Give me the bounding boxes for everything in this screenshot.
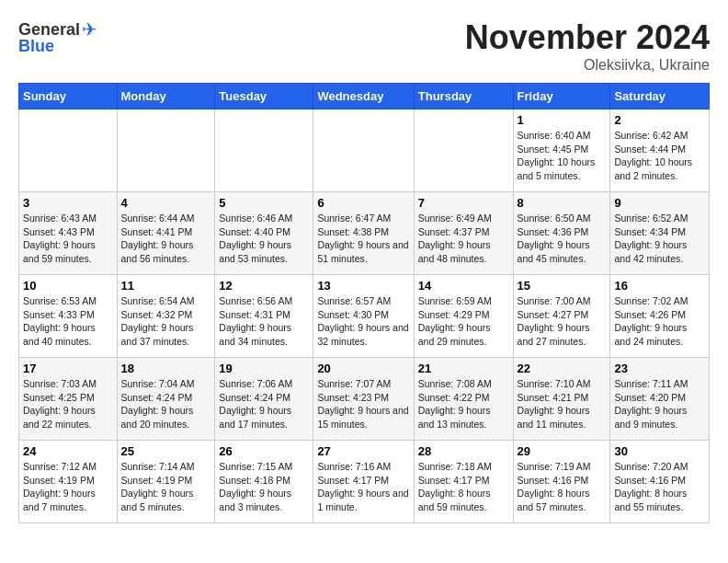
day-number: 22 xyxy=(518,362,607,375)
day-cell: 3Sunrise: 6:43 AM Sunset: 4:43 PM Daylig… xyxy=(19,192,118,275)
day-cell: 13Sunrise: 6:57 AM Sunset: 4:30 PM Dayli… xyxy=(313,275,414,358)
day-info: Sunrise: 7:14 AM Sunset: 4:19 PM Dayligh… xyxy=(121,460,211,514)
day-info: Sunrise: 6:50 AM Sunset: 4:36 PM Dayligh… xyxy=(518,212,607,266)
day-cell: 17Sunrise: 7:03 AM Sunset: 4:25 PM Dayli… xyxy=(19,358,118,441)
day-number: 25 xyxy=(121,444,211,458)
week-row-5: 24Sunrise: 7:12 AM Sunset: 4:19 PM Dayli… xyxy=(19,441,710,523)
logo: General ✈ Blue xyxy=(18,18,97,56)
day-cell: 12Sunrise: 6:56 AM Sunset: 4:31 PM Dayli… xyxy=(215,275,313,358)
day-cell: 27Sunrise: 7:16 AM Sunset: 4:17 PM Dayli… xyxy=(313,441,414,523)
week-row-3: 10Sunrise: 6:53 AM Sunset: 4:33 PM Dayli… xyxy=(19,275,710,358)
day-info: Sunrise: 6:46 AM Sunset: 4:40 PM Dayligh… xyxy=(219,212,309,266)
day-info: Sunrise: 7:06 AM Sunset: 4:24 PM Dayligh… xyxy=(219,377,309,431)
weekday-header-wednesday: Wednesday xyxy=(313,84,414,109)
week-row-4: 17Sunrise: 7:03 AM Sunset: 4:25 PM Dayli… xyxy=(19,358,710,441)
day-cell: 5Sunrise: 6:46 AM Sunset: 4:40 PM Daylig… xyxy=(215,192,313,275)
day-number: 21 xyxy=(418,362,509,375)
day-cell: 14Sunrise: 6:59 AM Sunset: 4:29 PM Dayli… xyxy=(414,275,513,358)
day-number: 29 xyxy=(518,444,607,458)
week-row-2: 3Sunrise: 6:43 AM Sunset: 4:43 PM Daylig… xyxy=(19,192,710,275)
day-number: 28 xyxy=(418,444,509,458)
day-info: Sunrise: 7:19 AM Sunset: 4:16 PM Dayligh… xyxy=(518,460,607,514)
day-cell: 22Sunrise: 7:10 AM Sunset: 4:21 PM Dayli… xyxy=(513,358,610,441)
day-info: Sunrise: 7:00 AM Sunset: 4:27 PM Dayligh… xyxy=(518,294,607,349)
day-cell: 24Sunrise: 7:12 AM Sunset: 4:19 PM Dayli… xyxy=(19,441,118,523)
weekday-header-thursday: Thursday xyxy=(414,84,513,109)
day-cell: 11Sunrise: 6:54 AM Sunset: 4:32 PM Dayli… xyxy=(117,275,215,358)
logo-icon: ✈ xyxy=(82,18,97,40)
day-cell: 29Sunrise: 7:19 AM Sunset: 4:16 PM Dayli… xyxy=(513,441,610,523)
day-cell xyxy=(215,109,313,192)
day-cell: 15Sunrise: 7:00 AM Sunset: 4:27 PM Dayli… xyxy=(513,275,610,358)
day-number: 14 xyxy=(418,279,509,293)
day-cell: 6Sunrise: 6:47 AM Sunset: 4:38 PM Daylig… xyxy=(313,192,414,275)
weekday-header-saturday: Saturday xyxy=(610,84,710,109)
day-info: Sunrise: 7:11 AM Sunset: 4:20 PM Dayligh… xyxy=(614,377,705,431)
day-number: 1 xyxy=(518,113,607,127)
day-number: 20 xyxy=(317,362,409,375)
day-number: 11 xyxy=(121,279,211,293)
day-number: 27 xyxy=(317,444,409,458)
day-cell: 25Sunrise: 7:14 AM Sunset: 4:19 PM Dayli… xyxy=(117,441,215,523)
day-cell xyxy=(19,109,118,192)
day-cell: 4Sunrise: 6:44 AM Sunset: 4:41 PM Daylig… xyxy=(117,192,215,275)
day-info: Sunrise: 6:53 AM Sunset: 4:33 PM Dayligh… xyxy=(23,294,113,349)
day-info: Sunrise: 6:43 AM Sunset: 4:43 PM Dayligh… xyxy=(23,212,113,266)
day-cell: 21Sunrise: 7:08 AM Sunset: 4:22 PM Dayli… xyxy=(414,358,513,441)
day-number: 17 xyxy=(23,362,113,375)
day-cell: 2Sunrise: 6:42 AM Sunset: 4:44 PM Daylig… xyxy=(610,109,710,192)
day-info: Sunrise: 6:49 AM Sunset: 4:37 PM Dayligh… xyxy=(418,212,509,266)
day-info: Sunrise: 6:40 AM Sunset: 4:45 PM Dayligh… xyxy=(518,129,607,183)
day-info: Sunrise: 6:47 AM Sunset: 4:38 PM Dayligh… xyxy=(317,212,409,266)
day-cell: 19Sunrise: 7:06 AM Sunset: 4:24 PM Dayli… xyxy=(215,358,313,441)
title-section: November 2024 Oleksiivka, Ukraine xyxy=(465,18,710,74)
day-cell: 1Sunrise: 6:40 AM Sunset: 4:45 PM Daylig… xyxy=(513,109,610,192)
day-number: 12 xyxy=(219,279,309,293)
day-cell xyxy=(117,109,215,192)
weekday-header-monday: Monday xyxy=(117,84,215,109)
weekday-header-row: SundayMondayTuesdayWednesdayThursdayFrid… xyxy=(19,84,710,109)
day-cell xyxy=(313,109,414,192)
day-number: 6 xyxy=(317,196,409,210)
day-info: Sunrise: 6:52 AM Sunset: 4:34 PM Dayligh… xyxy=(614,212,705,266)
day-number: 8 xyxy=(518,196,607,210)
day-info: Sunrise: 7:02 AM Sunset: 4:26 PM Dayligh… xyxy=(614,294,705,349)
day-number: 18 xyxy=(121,362,211,375)
day-number: 16 xyxy=(614,279,705,293)
month-title: November 2024 xyxy=(465,18,710,57)
calendar-table: SundayMondayTuesdayWednesdayThursdayFrid… xyxy=(18,83,710,523)
day-info: Sunrise: 7:16 AM Sunset: 4:17 PM Dayligh… xyxy=(317,460,409,514)
day-number: 26 xyxy=(219,444,309,458)
day-number: 4 xyxy=(121,196,211,210)
day-number: 19 xyxy=(219,362,309,375)
header: General ✈ Blue November 2024 Oleksiivka,… xyxy=(18,18,710,74)
day-cell: 23Sunrise: 7:11 AM Sunset: 4:20 PM Dayli… xyxy=(610,358,710,441)
day-number: 10 xyxy=(23,279,113,293)
week-row-1: 1Sunrise: 6:40 AM Sunset: 4:45 PM Daylig… xyxy=(19,109,710,192)
day-info: Sunrise: 7:04 AM Sunset: 4:24 PM Dayligh… xyxy=(121,377,211,431)
day-cell: 9Sunrise: 6:52 AM Sunset: 4:34 PM Daylig… xyxy=(610,192,710,275)
location-title: Oleksiivka, Ukraine xyxy=(465,57,710,74)
day-cell: 26Sunrise: 7:15 AM Sunset: 4:18 PM Dayli… xyxy=(215,441,313,523)
day-info: Sunrise: 7:15 AM Sunset: 4:18 PM Dayligh… xyxy=(219,460,309,514)
day-info: Sunrise: 6:56 AM Sunset: 4:31 PM Dayligh… xyxy=(219,294,309,349)
day-info: Sunrise: 6:42 AM Sunset: 4:44 PM Dayligh… xyxy=(614,129,705,183)
day-number: 24 xyxy=(23,444,113,458)
day-number: 23 xyxy=(614,362,705,375)
day-info: Sunrise: 7:03 AM Sunset: 4:25 PM Dayligh… xyxy=(23,377,113,431)
day-info: Sunrise: 6:44 AM Sunset: 4:41 PM Dayligh… xyxy=(121,212,211,266)
weekday-header-sunday: Sunday xyxy=(19,84,118,109)
logo-blue-text: Blue xyxy=(18,37,54,56)
day-info: Sunrise: 6:57 AM Sunset: 4:30 PM Dayligh… xyxy=(317,294,409,349)
day-info: Sunrise: 6:54 AM Sunset: 4:32 PM Dayligh… xyxy=(121,294,211,349)
day-cell: 16Sunrise: 7:02 AM Sunset: 4:26 PM Dayli… xyxy=(610,275,710,358)
weekday-header-friday: Friday xyxy=(513,84,610,109)
day-info: Sunrise: 7:12 AM Sunset: 4:19 PM Dayligh… xyxy=(23,460,113,514)
day-info: Sunrise: 7:18 AM Sunset: 4:17 PM Dayligh… xyxy=(418,460,509,514)
day-number: 7 xyxy=(418,196,509,210)
day-info: Sunrise: 6:59 AM Sunset: 4:29 PM Dayligh… xyxy=(418,294,509,349)
day-cell: 18Sunrise: 7:04 AM Sunset: 4:24 PM Dayli… xyxy=(117,358,215,441)
day-number: 2 xyxy=(614,113,705,127)
weekday-header-tuesday: Tuesday xyxy=(215,84,313,109)
day-info: Sunrise: 7:20 AM Sunset: 4:16 PM Dayligh… xyxy=(614,460,705,514)
